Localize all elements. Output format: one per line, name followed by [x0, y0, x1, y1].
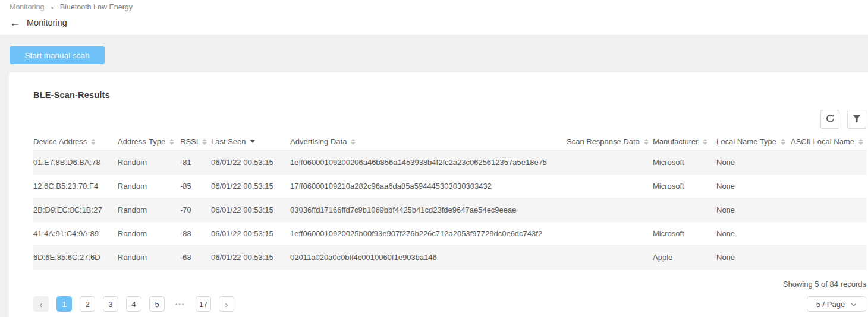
pager: ‹ 1 2 3 4 5 ••• 17 ›: [33, 296, 234, 312]
back-arrow-icon[interactable]: ←: [10, 17, 20, 28]
breadcrumb: Monitoring › Bluetooth Low Energy: [10, 2, 858, 15]
column-header-device-address[interactable]: Device Address: [33, 134, 118, 151]
cell-local-name-type: None: [716, 222, 791, 246]
column-header-local-name-type[interactable]: Local Name Type: [716, 134, 791, 151]
sort-icon: [91, 139, 96, 145]
cell-scan-response-data: [567, 198, 653, 222]
page-button-5[interactable]: 5: [149, 296, 165, 312]
ble-scan-results-card: BLE-Scan-Results Device Address: [9, 72, 868, 317]
sort-desc-icon: [250, 140, 255, 143]
page-button-3[interactable]: 3: [103, 296, 118, 312]
cell-manufacturer: Microsoft: [653, 222, 716, 246]
page-content: Start manual scan BLE-Scan-Results: [0, 36, 868, 317]
sort-icon: [644, 139, 649, 145]
cell-scan-response-data: [567, 151, 653, 175]
sort-icon: [202, 139, 207, 145]
column-header-manufacturer[interactable]: Manufacturer: [653, 134, 716, 151]
refresh-icon: [825, 113, 835, 125]
column-header-last-seen[interactable]: Last Seen: [211, 134, 290, 151]
cell-advertising-data: 03036ffd17166ffd7c9b1069bbf4425b41cd23fd…: [290, 198, 567, 222]
page-title: Monitoring: [27, 18, 67, 27]
column-header-rssi[interactable]: RSSI: [180, 134, 211, 151]
next-page-button[interactable]: ›: [219, 296, 234, 312]
cell-scan-response-data: [567, 222, 653, 246]
chevron-left-icon: ‹: [40, 299, 43, 309]
column-header-ascii-local-name[interactable]: ASCII Local Name: [791, 134, 866, 151]
filter-button[interactable]: [847, 110, 866, 129]
page-button-1[interactable]: 1: [56, 296, 72, 312]
cell-local-name-type: None: [716, 246, 791, 270]
cell-scan-response-data: [567, 175, 653, 198]
cell-device-address: 2B:D9:EC:8C:1B:27: [33, 198, 118, 222]
page-button-2[interactable]: 2: [80, 296, 95, 312]
cell-last-seen: 06/01/22 00:53:15: [211, 246, 290, 270]
page-button-17[interactable]: 17: [196, 296, 211, 312]
records-count-text: Showing 5 of 84 records: [33, 280, 866, 289]
cell-last-seen: 06/01/22 00:53:15: [211, 222, 290, 246]
pagination-bar: ‹ 1 2 3 4 5 ••• 17 › 5 / Page: [33, 296, 866, 312]
cell-manufacturer: Microsoft: [653, 175, 716, 198]
table-row: 12:6C:B5:23:70:F4 Random -85 06/01/22 00…: [33, 175, 866, 198]
cell-scan-response-data: [567, 246, 653, 270]
chevron-right-icon: ›: [225, 299, 228, 309]
chevron-down-icon: [851, 300, 857, 309]
cell-local-name-type: None: [716, 151, 791, 175]
refresh-button[interactable]: [820, 110, 839, 129]
cell-device-address: 6D:6E:85:6C:27:6D: [33, 246, 118, 270]
cell-rssi: -85: [180, 175, 211, 198]
cell-last-seen: 06/01/22 00:53:15: [211, 198, 290, 222]
cell-advertising-data: 02011a020a0c0bff4c0010060f1e903ba146: [290, 246, 567, 270]
cell-manufacturer: [653, 198, 716, 222]
cell-local-name-type: None: [716, 198, 791, 222]
sort-icon: [703, 139, 707, 145]
column-header-advertising-data[interactable]: Advertising Data: [290, 134, 567, 151]
table-row: 6D:6E:85:6C:27:6D Random -68 06/01/22 00…: [33, 246, 866, 270]
sort-icon: [781, 139, 785, 145]
cell-address-type: Random: [118, 246, 180, 270]
breadcrumb-item-monitoring[interactable]: Monitoring: [10, 3, 44, 11]
cell-ascii-local-name: [791, 151, 866, 175]
cell-last-seen: 06/01/22 00:53:15: [211, 151, 290, 175]
cell-address-type: Random: [118, 151, 180, 175]
page-button-4[interactable]: 4: [126, 296, 141, 312]
card-title: BLE-Scan-Results: [33, 90, 866, 100]
page-header: ← Monitoring: [10, 15, 858, 28]
cell-rssi: -81: [180, 151, 211, 175]
ble-scan-results-table: Device Address Address-Type RSSI Last Se…: [33, 134, 866, 270]
cell-address-type: Random: [118, 175, 180, 198]
cell-rssi: -88: [180, 222, 211, 246]
sort-icon: [858, 139, 863, 145]
cell-advertising-data: 1eff06000109200206a46b856a1453938b4f2fc2…: [290, 151, 567, 175]
cell-advertising-data: 17ff06000109210a282c96aa6da85a5944453030…: [290, 175, 567, 198]
cell-manufacturer: Apple: [653, 246, 716, 270]
sort-icon: [351, 139, 356, 145]
cell-address-type: Random: [118, 198, 180, 222]
breadcrumb-separator-icon: ›: [51, 4, 53, 11]
cell-rssi: -70: [180, 198, 211, 222]
sort-icon: [169, 139, 174, 145]
cell-device-address: 12:6C:B5:23:70:F4: [33, 175, 118, 198]
filter-icon: [853, 115, 861, 125]
page-size-select[interactable]: 5 / Page: [807, 296, 866, 312]
cell-local-name-type: None: [716, 175, 791, 198]
table-row: 41:4A:91:C4:9A:89 Random -88 06/01/22 00…: [33, 222, 866, 246]
table-header-row: Device Address Address-Type RSSI Last Se…: [33, 134, 866, 151]
breadcrumb-item-bluetooth-low-energy: Bluetooth Low Energy: [60, 3, 133, 11]
previous-page-button[interactable]: ‹: [33, 296, 49, 312]
pagination-ellipsis-icon[interactable]: •••: [172, 301, 188, 308]
cell-ascii-local-name: [791, 246, 866, 270]
column-header-scan-response-data[interactable]: Scan Response Data: [567, 134, 653, 151]
top-bar: Monitoring › Bluetooth Low Energy ← Moni…: [0, 0, 868, 36]
cell-device-address: 01:E7:8B:D6:BA:78: [33, 151, 118, 175]
cell-manufacturer: Microsoft: [653, 151, 716, 175]
cell-address-type: Random: [118, 222, 180, 246]
cell-advertising-data: 1eff0600010920025b00f93e907f276b226c712a…: [290, 222, 567, 246]
cell-ascii-local-name: [791, 222, 866, 246]
table-row: 2B:D9:EC:8C:1B:27 Random -70 06/01/22 00…: [33, 198, 866, 222]
table-row: 01:E7:8B:D6:BA:78 Random -81 06/01/22 00…: [33, 151, 866, 175]
start-manual-scan-button[interactable]: Start manual scan: [10, 46, 105, 64]
column-header-address-type[interactable]: Address-Type: [118, 134, 180, 151]
table-toolbar: [33, 110, 866, 129]
page-size-value: 5 / Page: [816, 300, 845, 309]
cell-device-address: 41:4A:91:C4:9A:89: [33, 222, 118, 246]
